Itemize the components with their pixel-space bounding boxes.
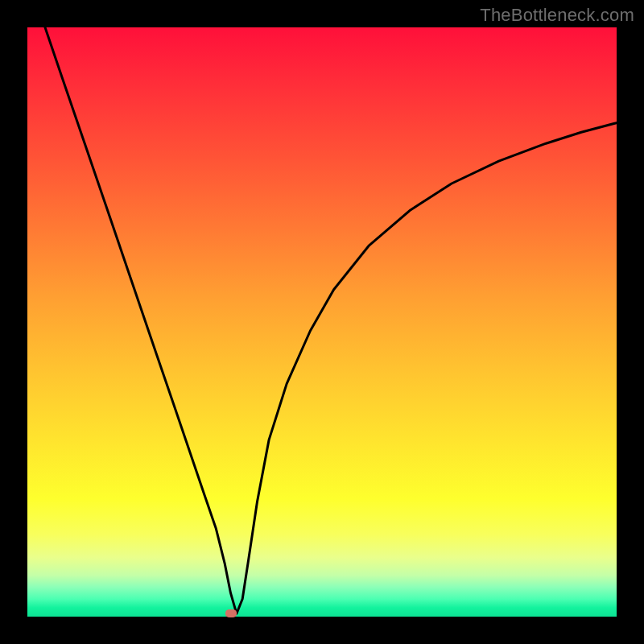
optimal-point-marker	[225, 609, 237, 617]
watermark-text: TheBottleneck.com	[480, 5, 634, 26]
curve-svg	[27, 27, 617, 617]
bottleneck-curve	[45, 27, 617, 613]
plot-area	[27, 27, 617, 617]
chart-frame: TheBottleneck.com	[0, 0, 644, 644]
